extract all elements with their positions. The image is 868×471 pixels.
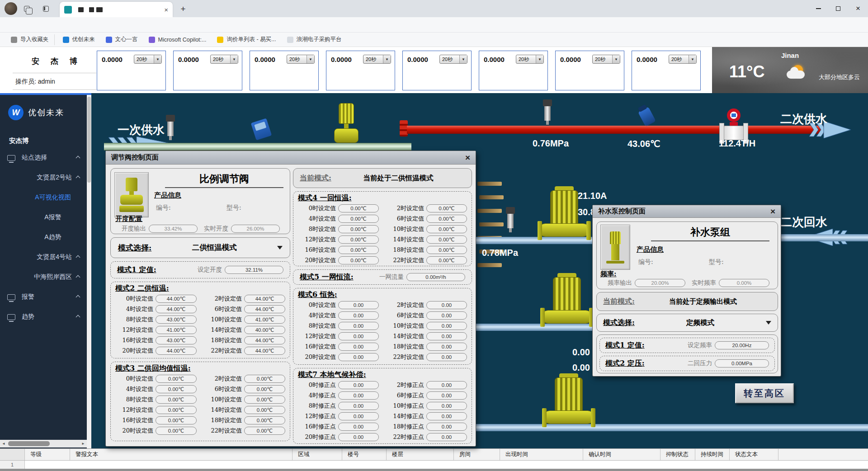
setpoint-field[interactable]: 44.00℃: [244, 336, 285, 344]
sample-value-field[interactable]: 0.0000: [331, 56, 352, 63]
nav-item[interactable]: A可视化视图: [0, 188, 87, 207]
scroll-left-icon[interactable]: ◄: [0, 442, 7, 446]
setpoint-field[interactable]: 0.00℃: [156, 375, 197, 383]
sample-value-field[interactable]: 0.0000: [484, 56, 505, 63]
correction-field[interactable]: 0.00: [426, 423, 467, 431]
goto-high-zone-button[interactable]: 转至高区: [735, 383, 794, 403]
setpoint-field[interactable]: 0.00: [338, 322, 379, 330]
return-pressure-field[interactable]: 0.00MPa: [715, 359, 769, 367]
dialog-title-bar[interactable]: 调节阀控制页面 ×: [106, 151, 476, 165]
period-dropdown[interactable]: 20秒 ▼: [134, 55, 162, 64]
setpoint-field[interactable]: 0.00℃: [426, 256, 467, 264]
tab-workspaces-icon[interactable]: [22, 4, 32, 14]
setpoint-field[interactable]: 43.00℃: [156, 336, 197, 344]
correction-field[interactable]: 0.00: [426, 402, 467, 410]
correction-field[interactable]: 0.00: [338, 402, 379, 410]
setpoint-field[interactable]: 0.00℃: [244, 375, 285, 383]
setpoint-field[interactable]: 0.00℃: [156, 406, 197, 414]
nav-item[interactable]: A趋势: [0, 227, 87, 247]
sample-value-field[interactable]: 0.0000: [255, 56, 275, 63]
correction-field[interactable]: 0.00: [426, 412, 467, 420]
nav-item[interactable]: 文贤居2号站: [0, 168, 87, 188]
alarm-column-header[interactable]: 楼层: [387, 449, 454, 460]
setpoint-field[interactable]: 44.00℃: [156, 347, 197, 355]
bookmark-item[interactable]: 询价单列表 - 易买...: [212, 34, 281, 45]
nav-item[interactable]: 趋势: [0, 307, 87, 327]
setpoint-field[interactable]: 0.00: [426, 301, 467, 309]
dropdown-arrow-icon[interactable]: ▼: [230, 55, 238, 63]
pressure-transmitter[interactable]: [164, 115, 177, 140]
period-dropdown[interactable]: 20秒 ▼: [287, 55, 315, 64]
setpoint-field[interactable]: 0.00℃: [244, 406, 285, 414]
browser-profile-avatar[interactable]: [5, 2, 17, 15]
setpoint-field[interactable]: 0.00℃: [338, 225, 379, 233]
nav-item[interactable]: 中海熙岸西区: [0, 267, 87, 287]
dialog-close-icon[interactable]: ×: [770, 207, 775, 216]
correction-field[interactable]: 0.00: [338, 381, 379, 389]
period-dropdown[interactable]: 20秒 ▼: [439, 55, 467, 64]
network-flow-field[interactable]: 0.00m²/h: [406, 273, 465, 281]
period-dropdown[interactable]: 20秒 ▼: [669, 55, 697, 64]
nav-item[interactable]: 文贤居4号站: [0, 247, 87, 267]
bookmark-item[interactable]: 优创未来: [57, 34, 100, 45]
alarm-column-header[interactable]: 区域: [292, 449, 342, 460]
opening-output-field[interactable]: 33.42%: [149, 225, 198, 233]
alarm-table-row[interactable]: 1: [0, 461, 868, 469]
correction-field[interactable]: 0.00: [338, 391, 379, 400]
alarm-column-header[interactable]: 警报文本: [70, 449, 292, 460]
correction-field[interactable]: 0.00: [426, 433, 467, 441]
dropdown-arrow-icon[interactable]: ▼: [307, 55, 314, 63]
setpoint-field[interactable]: 44.00℃: [244, 305, 285, 313]
temperature-controller[interactable]: [251, 118, 272, 140]
setpoint-field[interactable]: 0.00: [426, 332, 467, 340]
dropdown-arrow-icon[interactable]: ▼: [383, 55, 391, 63]
setpoint-field[interactable]: 0.00: [426, 343, 467, 351]
set-opening-field[interactable]: 32.11%: [225, 266, 283, 274]
correction-field[interactable]: 0.00: [338, 423, 379, 431]
setpoint-field[interactable]: 0.00℃: [156, 396, 197, 404]
setpoint-field[interactable]: 0.00℃: [426, 215, 467, 223]
setpoint-field[interactable]: 0.00: [338, 353, 379, 361]
setpoint-field[interactable]: 0.00: [426, 311, 467, 320]
setpoint-field[interactable]: 41.00℃: [244, 316, 285, 324]
setpoint-field[interactable]: 0.00℃: [338, 256, 379, 264]
nav-item[interactable]: 报警: [0, 287, 87, 307]
dropdown-arrow-icon[interactable]: ▼: [459, 55, 467, 63]
realtime-opening-field[interactable]: 26.00%: [231, 225, 280, 233]
nav-item[interactable]: 站点选择: [0, 148, 87, 168]
mode-select-panel[interactable]: 模式选择: 定频模式: [596, 314, 778, 332]
window-maximize-button[interactable]: [828, 0, 848, 17]
correction-field[interactable]: 0.00: [426, 381, 467, 389]
dialog-close-icon[interactable]: ×: [465, 153, 470, 162]
flow-meter[interactable]: [717, 108, 750, 140]
sample-value-field[interactable]: 0.0000: [178, 56, 199, 63]
setpoint-field[interactable]: 0.00℃: [244, 427, 285, 435]
alarm-column-header[interactable]: 出现时间: [500, 449, 583, 460]
setpoint-field[interactable]: 44.00℃: [156, 295, 197, 303]
setpoint-field[interactable]: 41.00℃: [156, 326, 197, 334]
period-dropdown[interactable]: 20秒 ▼: [592, 55, 620, 64]
alarm-table-scrollbar[interactable]: [0, 469, 868, 471]
alarm-column-header[interactable]: 楼号: [342, 449, 387, 460]
bookmark-item[interactable]: 导入收藏夹: [5, 34, 55, 45]
dropdown-caret-icon[interactable]: [766, 321, 771, 325]
setpoint-field[interactable]: 43.00℃: [156, 316, 197, 324]
dropdown-arrow-icon[interactable]: ▼: [689, 55, 696, 63]
sample-value-field[interactable]: 0.0000: [560, 56, 581, 63]
alarm-column-header[interactable]: 确认时间: [583, 449, 660, 460]
setpoint-field[interactable]: 0.00℃: [338, 204, 379, 212]
sample-value-field[interactable]: 0.0000: [637, 56, 657, 63]
setpoint-field[interactable]: 0.00℃: [338, 246, 379, 254]
vertical-tabs-icon[interactable]: [41, 4, 51, 14]
mode-select-panel[interactable]: 模式选择: 二供恒温模式: [110, 237, 290, 258]
dropdown-arrow-icon[interactable]: ▼: [154, 55, 161, 63]
realtime-freq-field[interactable]: 0.00%: [719, 279, 769, 287]
setpoint-field[interactable]: 0.00: [338, 301, 379, 309]
dropdown-arrow-icon[interactable]: ▼: [536, 55, 543, 63]
window-minimize-button[interactable]: [808, 0, 828, 17]
period-dropdown[interactable]: 20秒 ▼: [363, 55, 391, 64]
tab-close-icon[interactable]: ×: [164, 6, 168, 14]
bookmark-item[interactable]: Microsoft Copilot:...: [143, 34, 212, 45]
dropdown-caret-icon[interactable]: [277, 246, 283, 250]
correction-field[interactable]: 0.00: [426, 391, 467, 400]
